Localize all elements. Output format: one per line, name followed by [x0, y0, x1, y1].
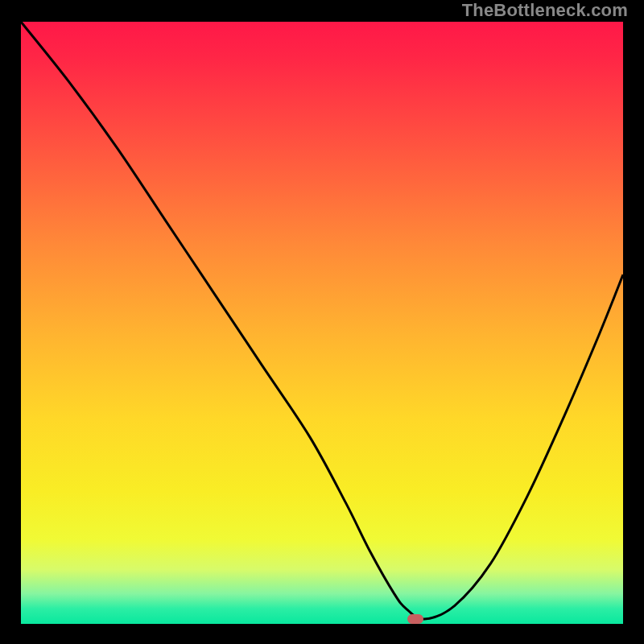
attribution-text: TheBottleneck.com	[462, 0, 628, 21]
bottleneck-curve	[21, 22, 623, 624]
optimal-point-marker	[407, 614, 423, 624]
chart-root: TheBottleneck.com	[0, 0, 644, 644]
plot-area	[21, 22, 623, 624]
curve-path	[21, 22, 623, 619]
